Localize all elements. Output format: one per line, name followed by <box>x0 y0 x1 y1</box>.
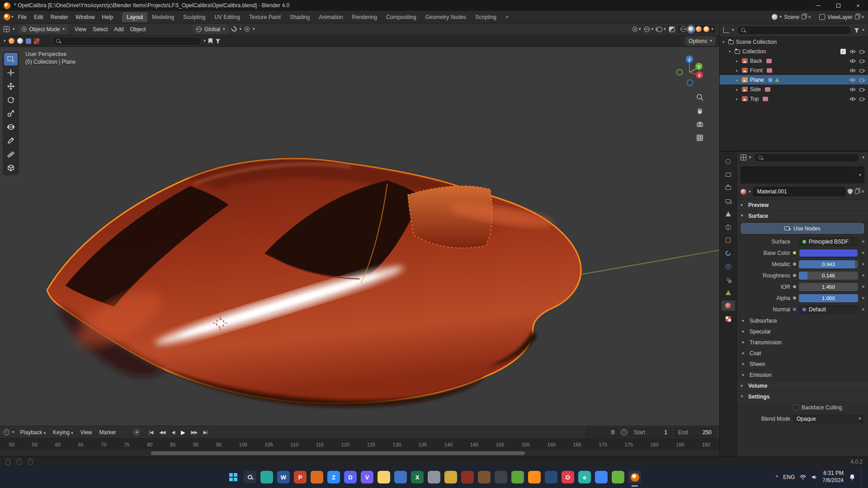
transform-orientation-selector[interactable]: Global ▾ <box>193 24 228 34</box>
jump-to-end-button[interactable]: ▶| <box>201 429 209 436</box>
expand-arrow-icon[interactable]: ▸ <box>736 78 740 82</box>
taskbar-app-green2[interactable] <box>612 471 624 483</box>
disable-render-camera-icon[interactable] <box>859 87 865 92</box>
properties-search-input[interactable] <box>754 153 860 162</box>
snap-dropdown-icon[interactable]: ▾ <box>240 27 242 31</box>
scene-tab[interactable] <box>722 209 735 219</box>
wifi-icon[interactable] <box>800 474 806 480</box>
taskbar-app-firefox[interactable] <box>528 471 541 483</box>
language-indicator[interactable]: ENG <box>783 474 795 480</box>
tray-chevron-icon[interactable]: ^ <box>776 474 778 480</box>
shading-solid-button[interactable] <box>688 26 694 32</box>
hide-eye-icon[interactable] <box>849 87 856 92</box>
jump-to-start-button[interactable]: |◀ <box>147 429 155 436</box>
disable-render-camera-icon[interactable] <box>859 49 865 54</box>
material-name-field[interactable]: Material.001 <box>753 187 845 196</box>
taskbar-app-opera[interactable]: O <box>561 471 574 483</box>
backface-culling-checkbox[interactable] <box>793 404 799 410</box>
outliner-item[interactable]: ▸ Side <box>720 84 868 94</box>
view-layer-name[interactable]: ViewLayer <box>827 14 853 20</box>
remove-view-layer-icon[interactable]: × <box>861 14 864 20</box>
frame-start-field[interactable]: Start1 <box>630 428 671 437</box>
taskbar-app-blender[interactable] <box>628 471 641 483</box>
box-select-tool[interactable] <box>4 53 18 66</box>
3d-viewport[interactable]: User Perspective (0) Collection | Plane <box>0 47 719 426</box>
decorate-dot[interactable] <box>862 240 864 243</box>
editor-type-icon[interactable] <box>4 26 9 32</box>
workspace-tab[interactable]: Compositing <box>382 12 421 22</box>
decorate-dot[interactable] <box>862 263 864 265</box>
modifiers-tab[interactable] <box>722 248 735 258</box>
outliner-search-input[interactable] <box>737 26 852 35</box>
object-visibility-button[interactable]: ▾ <box>632 27 641 32</box>
menu-item[interactable]: Render <box>47 13 72 22</box>
toggle-perspective-icon[interactable] <box>696 134 704 142</box>
taskbar-clock[interactable]: 6:31 PM 7/6/2024 <box>822 470 844 484</box>
slot-specials-button[interactable]: ▾ <box>856 167 864 183</box>
maximize-button[interactable] <box>828 0 848 11</box>
taskbar-app-viber[interactable]: V <box>361 471 373 483</box>
rotate-tool[interactable] <box>4 94 18 106</box>
auto-keying-toggle[interactable] <box>134 429 140 435</box>
active-tool-tab[interactable] <box>722 156 735 167</box>
material-sphere-icon[interactable] <box>741 189 746 195</box>
timeline-editor-icon[interactable] <box>4 429 9 435</box>
taskbar-app-green[interactable] <box>511 471 524 483</box>
physics-tab[interactable] <box>722 261 735 272</box>
menu-item[interactable]: Window <box>72 13 99 22</box>
material-ball-icon[interactable] <box>9 38 14 44</box>
normal-selector[interactable]: Default <box>799 305 858 314</box>
chevron-down-icon[interactable]: ▾ <box>732 28 734 32</box>
use-nodes-button[interactable]: Use Nodes <box>741 223 864 234</box>
outliner-collection[interactable]: ▾ Collection ✓ <box>720 47 868 56</box>
current-frame-field[interactable]: 0 <box>586 428 618 437</box>
zoom-icon[interactable] <box>696 93 704 101</box>
workspace-tab[interactable]: Sculpting <box>179 12 210 22</box>
object-data-tab[interactable] <box>722 287 735 298</box>
outliner-item[interactable]: ▸ Plane <box>720 75 868 84</box>
expand-arrow-icon[interactable]: ▸ <box>736 59 740 63</box>
timeline-ruler[interactable]: 5055606570758085909510010511011512012513… <box>0 438 719 450</box>
taskbar-app-teal[interactable] <box>260 471 273 483</box>
snap-magnet-icon[interactable] <box>231 26 237 33</box>
workspace-tab[interactable]: UV Editing <box>210 12 245 22</box>
chevron-down-icon[interactable]: ▾ <box>749 155 751 160</box>
unlink-scene-icon[interactable]: × <box>808 14 811 20</box>
chevron-down-icon[interactable]: ▾ <box>204 39 206 43</box>
taskbar-app-discord[interactable]: D <box>344 471 357 483</box>
play-button[interactable]: ▶ <box>179 428 187 436</box>
workspace-tab[interactable]: Shading <box>285 12 314 22</box>
menu-item[interactable]: File <box>14 13 30 22</box>
navigation-gizmo[interactable]: Z Y X <box>670 52 709 91</box>
timeline-menu-item[interactable]: View <box>77 428 95 437</box>
show-desktop-button[interactable] <box>861 466 863 488</box>
transform-tool[interactable] <box>4 121 18 133</box>
workspace-tab[interactable]: Rendering <box>348 12 382 22</box>
outliner-scene-collection[interactable]: ▾ Scene Collection <box>720 37 868 47</box>
outliner-item[interactable]: ▸ Front <box>720 66 868 75</box>
viewport-menu-item[interactable]: Select <box>90 25 111 34</box>
volume-section-header[interactable]: ▸ Volume <box>737 380 868 391</box>
metallic-slider[interactable]: 0.943 <box>799 260 858 268</box>
workspace-tab[interactable]: + <box>501 12 513 22</box>
hide-eye-icon[interactable] <box>849 68 856 73</box>
base-color-swatch[interactable] <box>799 249 858 257</box>
decorate-dot[interactable] <box>862 252 864 254</box>
fake-user-shield-icon[interactable] <box>848 189 853 195</box>
chevron-down-icon[interactable]: ▾ <box>862 28 864 32</box>
disable-render-camera-icon[interactable] <box>859 97 865 101</box>
viewport-menu-item[interactable]: Object <box>127 25 149 34</box>
measure-tool[interactable] <box>4 148 18 160</box>
move-tool[interactable] <box>4 80 18 93</box>
chevron-down-icon[interactable]: ▾ <box>4 39 6 43</box>
viewport-search-input[interactable] <box>52 37 201 46</box>
cursor-tool[interactable] <box>4 66 18 79</box>
proportional-edit-icon[interactable] <box>245 27 250 32</box>
bookmark-icon[interactable] <box>208 38 212 44</box>
frame-end-field[interactable]: End250 <box>674 428 716 437</box>
new-view-layer-icon[interactable] <box>855 15 859 19</box>
taskbar-app-calculator[interactable] <box>394 471 407 483</box>
workspace-tab[interactable]: Geometry Nodes <box>421 12 471 22</box>
gizmos-toggle[interactable]: ▾ <box>644 27 653 32</box>
shading-rendered-button[interactable] <box>703 26 709 32</box>
